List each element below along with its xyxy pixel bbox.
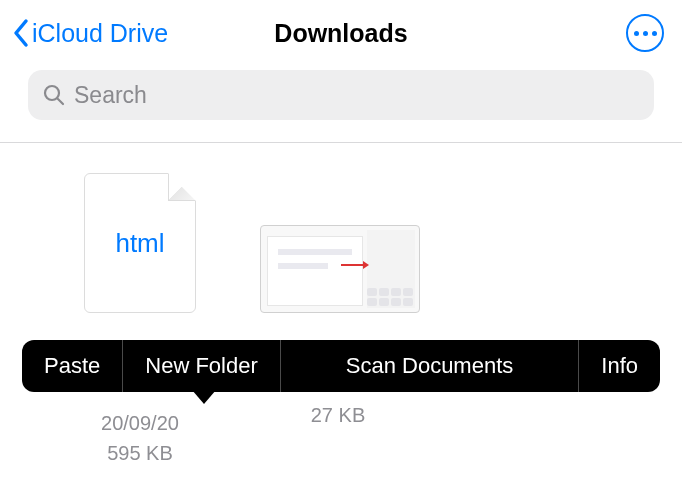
file-grid[interactable]: html bbox=[0, 143, 682, 313]
back-label: iCloud Drive bbox=[32, 19, 168, 48]
chevron-left-icon bbox=[12, 18, 30, 48]
back-button[interactable]: iCloud Drive bbox=[12, 18, 168, 48]
file-thumbnail-image bbox=[260, 225, 420, 313]
search-field[interactable] bbox=[28, 70, 654, 120]
menu-new-folder[interactable]: New Folder bbox=[123, 340, 279, 392]
menu-scan-documents[interactable]: Scan Documents bbox=[281, 340, 579, 392]
file-thumbnail-html: html bbox=[84, 173, 196, 313]
file-date: 20/09/20 bbox=[70, 408, 210, 438]
page-fold-icon bbox=[168, 173, 196, 201]
svg-line-1 bbox=[57, 98, 63, 104]
file-size: 595 KB bbox=[70, 438, 210, 468]
file-item[interactable]: html bbox=[70, 173, 210, 313]
context-menu: Paste New Folder Scan Documents Info bbox=[22, 340, 660, 392]
navigation-bar: iCloud Drive Downloads bbox=[0, 0, 682, 64]
menu-info[interactable]: Info bbox=[579, 340, 660, 392]
more-button[interactable] bbox=[626, 14, 664, 52]
file-meta: 27 KB bbox=[268, 400, 408, 430]
menu-paste[interactable]: Paste bbox=[22, 340, 122, 392]
ellipsis-icon bbox=[634, 31, 639, 36]
file-item[interactable] bbox=[270, 173, 410, 313]
file-size: 27 KB bbox=[268, 400, 408, 430]
file-type-label: html bbox=[115, 228, 164, 259]
search-input[interactable] bbox=[74, 82, 640, 109]
search-icon bbox=[42, 83, 66, 107]
file-meta: 20/09/20 595 KB bbox=[70, 408, 210, 468]
